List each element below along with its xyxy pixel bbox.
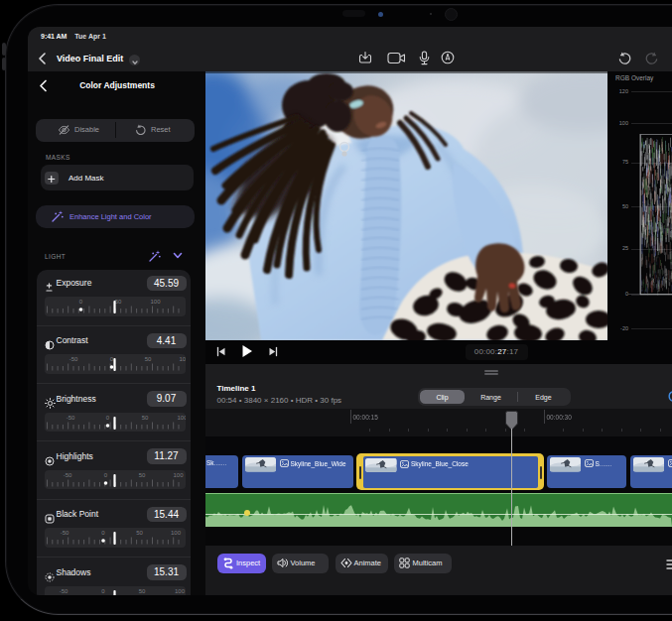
svg-text:0: 0 <box>104 472 108 478</box>
svg-text:-50: -50 <box>69 356 78 362</box>
svg-text:50: 50 <box>136 530 143 536</box>
svg-text:100: 100 <box>179 356 185 362</box>
svg-text:0: 0 <box>79 299 83 305</box>
svg-text:100: 100 <box>175 588 186 594</box>
svg-text:0: 0 <box>101 530 105 536</box>
svg-text:0: 0 <box>101 588 105 594</box>
svg-text:-50: -50 <box>64 472 72 478</box>
svg-text:-50: -50 <box>67 415 75 421</box>
svg-text:100: 100 <box>173 472 184 478</box>
svg-text:0: 0 <box>106 415 110 421</box>
svg-text:50: 50 <box>142 415 149 421</box>
svg-text:-50: -50 <box>60 588 68 594</box>
svg-text:100: 100 <box>150 299 161 305</box>
svg-text:50: 50 <box>115 299 122 305</box>
svg-text:50: 50 <box>139 588 146 594</box>
svg-text:0: 0 <box>110 356 114 362</box>
svg-text:50: 50 <box>139 472 146 478</box>
svg-text:50: 50 <box>145 356 152 362</box>
svg-text:100: 100 <box>171 530 182 536</box>
svg-text:-50: -50 <box>61 530 69 536</box>
svg-text:100: 100 <box>177 415 185 421</box>
